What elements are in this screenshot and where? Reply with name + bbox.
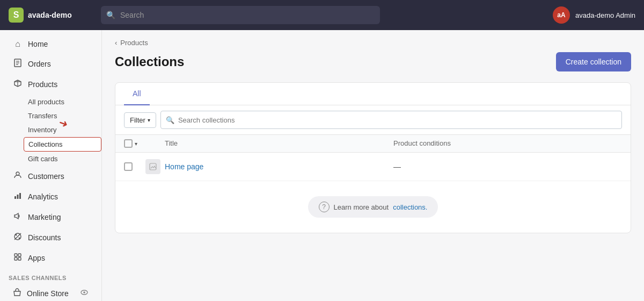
svg-rect-17 [18, 257, 21, 260]
avatar[interactable]: aA [553, 6, 570, 24]
sidebar-label-apps: Apps [28, 254, 45, 262]
row-checkbox[interactable] [124, 162, 133, 171]
sidebar-item-marketing[interactable]: Marketing [4, 207, 97, 227]
sidebar-label-home: Home [28, 40, 48, 48]
sales-channels-label: SALES CHANNELS [0, 268, 101, 283]
eye-icon[interactable] [80, 288, 89, 298]
col-conditions: Product conditions [393, 139, 622, 148]
main-content: ‹ Products Collections Create collection… [102, 30, 644, 301]
tab-all[interactable]: All [124, 83, 150, 105]
header-thumb-col [145, 139, 165, 148]
page-title: Collections [115, 54, 184, 69]
brand[interactable]: S avada-demo [9, 8, 94, 23]
sidebar-label-products: Products [28, 80, 57, 89]
svg-rect-14 [14, 254, 17, 256]
top-nav: S avada-demo 🔍 aA avada-demo Admin [0, 0, 644, 30]
svg-point-6 [16, 172, 19, 175]
layout: ⌂ Home Orders Products All products Tran… [0, 30, 644, 301]
sidebar-label-customers: Customers [28, 172, 64, 181]
brand-name: avada-demo [28, 11, 72, 19]
search-icon: 🔍 [106, 11, 115, 19]
search-collections-input[interactable] [160, 111, 622, 129]
marketing-icon [13, 212, 23, 223]
search-input[interactable] [101, 6, 380, 24]
breadcrumb-text: Products [120, 39, 148, 47]
sidebar-item-inventory[interactable]: Inventory [24, 123, 101, 137]
topnav-right: aA avada-demo Admin [553, 6, 635, 24]
discounts-icon [13, 232, 23, 243]
page-header: Collections Create collection [115, 52, 631, 71]
svg-rect-16 [14, 257, 17, 260]
sidebar-item-analytics[interactable]: Analytics [4, 187, 97, 206]
filter-bar: Filter ▾ 🔍 [115, 105, 631, 135]
online-store-label: Online Store [27, 289, 69, 298]
brand-icon: S [9, 8, 24, 23]
filter-button[interactable]: Filter ▾ [124, 112, 156, 128]
analytics-icon [13, 191, 23, 202]
header-chevron-icon[interactable]: ▾ [135, 141, 137, 147]
sidebar-item-orders[interactable]: Orders [4, 54, 97, 74]
sidebar-item-online-store[interactable]: Online Store [4, 284, 97, 301]
row-title[interactable]: Home page [165, 162, 393, 171]
filter-label: Filter [130, 116, 145, 124]
home-icon: ⌂ [13, 39, 23, 49]
sidebar-item-collections[interactable]: Collections [24, 137, 101, 152]
sidebar-label-orders: Orders [28, 60, 51, 68]
header-check-wrap: ▾ [124, 139, 145, 148]
search-collections-icon: 🔍 [166, 116, 174, 124]
svg-rect-21 [150, 163, 156, 170]
row-check-wrap [124, 162, 145, 171]
help-icon: ? [319, 202, 330, 212]
sidebar-item-products[interactable]: Products [4, 75, 97, 94]
learn-more-text: Learn more about [334, 203, 389, 211]
sidebar-item-gift-cards[interactable]: Gift cards [24, 152, 101, 166]
customers-icon [13, 171, 23, 182]
orders-icon [13, 59, 23, 69]
row-conditions: — [393, 162, 622, 171]
sidebar-item-customers[interactable]: Customers [4, 167, 97, 186]
sidebar-item-discounts[interactable]: Discounts [4, 228, 97, 247]
search-collections: 🔍 [160, 111, 622, 129]
sidebar-item-transfers[interactable]: Transfers [24, 109, 101, 123]
learn-more-pill: ? Learn more about collections. [308, 196, 438, 218]
svg-rect-15 [18, 254, 21, 256]
header-checkbox[interactable] [124, 139, 133, 148]
svg-rect-7 [14, 196, 16, 199]
table-header: ▾ Title Product conditions [115, 135, 631, 153]
learn-more-link[interactable]: collections. [393, 203, 427, 211]
filter-chevron-icon: ▾ [148, 117, 150, 123]
products-icon [13, 79, 23, 90]
apps-icon [13, 253, 23, 263]
sidebar-label-analytics: Analytics [28, 192, 58, 201]
sidebar-label-marketing: Marketing [28, 213, 61, 221]
sidebar-label-discounts: Discounts [28, 233, 61, 242]
sidebar: ⌂ Home Orders Products All products Tran… [0, 30, 102, 301]
svg-point-19 [83, 291, 85, 293]
tabs-bar: All [115, 83, 631, 105]
col-title: Title [165, 139, 393, 148]
sidebar-item-home[interactable]: ⌂ Home [4, 35, 97, 53]
table-row[interactable]: Home page — [115, 153, 631, 181]
search-bar: 🔍 [101, 6, 380, 24]
collections-card: All Filter ▾ 🔍 ▾ Title Produ [115, 82, 631, 233]
svg-rect-8 [17, 195, 19, 199]
sidebar-products-sub: All products Transfers Inventory Collect… [0, 95, 101, 166]
admin-name: avada-demo Admin [575, 11, 635, 19]
breadcrumb[interactable]: ‹ Products [115, 39, 631, 47]
learn-more-section: ? Learn more about collections. [115, 181, 631, 233]
online-store-icon [13, 288, 21, 298]
breadcrumb-chevron: ‹ [115, 39, 117, 47]
svg-rect-9 [19, 193, 21, 199]
row-thumbnail [145, 159, 160, 174]
sidebar-item-all-products[interactable]: All products [24, 95, 101, 109]
create-collection-button[interactable]: Create collection [556, 52, 631, 71]
sidebar-item-apps[interactable]: Apps [4, 248, 97, 268]
